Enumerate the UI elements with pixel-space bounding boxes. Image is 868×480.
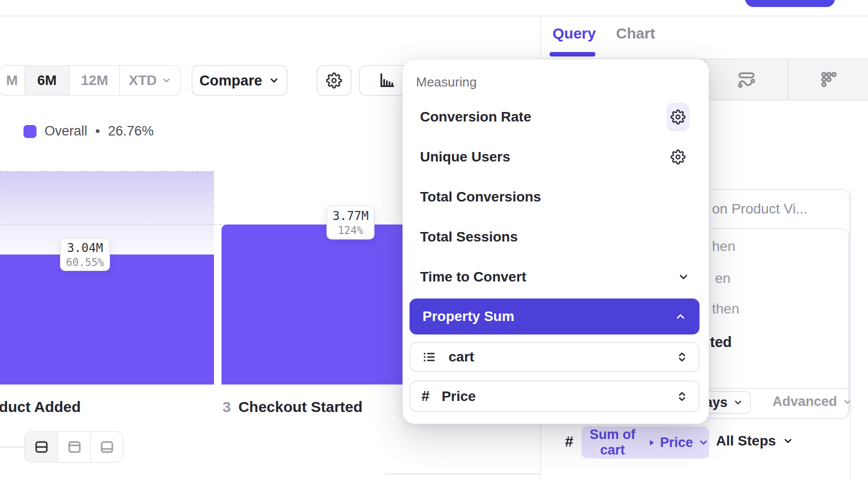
value-label-product-added: 3.04M 60.55% — [60, 238, 110, 271]
advanced-label: Advanced — [772, 394, 837, 410]
menu-item-label: Conversion Rate — [420, 109, 532, 125]
menu-item-label: Time to Convert — [420, 269, 526, 285]
time-range-12m[interactable]: 12M — [69, 66, 119, 95]
menu-item-label: Total Conversions — [420, 189, 541, 205]
compare-button[interactable]: Compare — [192, 65, 288, 96]
time-range-label: M — [6, 72, 18, 88]
top-panel-icon — [66, 439, 82, 455]
measuring-popover: Measuring Conversion Rate Unique Users T… — [402, 59, 709, 424]
step-number: 3 — [222, 398, 231, 416]
legend-value: 26.76% — [108, 124, 154, 139]
chart-settings-button[interactable] — [316, 65, 352, 96]
property-select-value: Price — [442, 388, 476, 404]
all-steps-label: All Steps — [716, 433, 776, 449]
step-name: Product Added — [0, 398, 81, 416]
caret-right-icon — [648, 439, 655, 446]
layout-toggle-group — [24, 431, 124, 463]
legend: Overall • 26.76% — [24, 124, 154, 139]
legend-separator: • — [96, 124, 100, 139]
chevron-down-icon — [698, 437, 709, 448]
divider — [385, 474, 540, 474]
bottom-panel-icon — [99, 439, 115, 455]
tab-query[interactable]: Query — [552, 25, 596, 42]
step-row-truncated: then — [712, 301, 740, 317]
time-range-selector: M 6M 12M XTD — [0, 65, 181, 96]
menu-item-property-sum-selected[interactable]: Property Sum — [410, 298, 700, 334]
up-down-chevrons-icon — [676, 350, 688, 364]
measuring-menu: Conversion Rate Unique Users Total Conve… — [403, 97, 708, 297]
hash-icon: # — [422, 388, 430, 404]
bar-chart-icon — [378, 72, 396, 89]
sum-of-property-chip[interactable]: Sum of cart Price — [582, 426, 709, 458]
time-range-6m[interactable]: 6M — [24, 66, 69, 95]
flow-icon — [736, 70, 756, 90]
property-select[interactable]: # Price — [410, 380, 700, 412]
event-select[interactable]: cart — [410, 342, 700, 372]
tab-chart[interactable]: Chart — [616, 25, 655, 42]
time-range-label: 12M — [81, 72, 108, 88]
legend-swatch — [24, 125, 36, 138]
time-range-label: XTD — [129, 72, 157, 88]
step-row-truncated: en — [715, 270, 730, 286]
time-range-label: 6M — [38, 72, 57, 88]
chevron-down-icon — [678, 271, 690, 283]
menu-item-total-conversions[interactable]: Total Conversions — [403, 177, 708, 217]
chevron-up-icon — [674, 310, 686, 322]
funnel-analysis-screen: M 6M 12M XTD Compare Overall • 26.76% 3.… — [0, 0, 868, 480]
primary-action-button[interactable] — [745, 0, 835, 7]
compare-label: Compare — [200, 72, 262, 89]
menu-item-conversion-rate[interactable]: Conversion Rate — [403, 97, 708, 137]
step-reference-dashed-line — [0, 224, 222, 225]
split-rows-icon — [34, 439, 50, 455]
gear-icon — [326, 72, 342, 88]
panel-edge-line — [850, 189, 851, 480]
step-name: Checkout Started — [238, 398, 362, 416]
all-steps-dropdown[interactable]: All Steps — [716, 433, 794, 449]
dots-grid-icon — [818, 70, 838, 90]
up-down-chevrons-icon — [676, 390, 688, 403]
layout-top-panel-button[interactable] — [58, 432, 90, 462]
menu-item-unique-users[interactable]: Unique Users — [403, 137, 708, 177]
chevron-down-icon — [782, 436, 794, 446]
step-label-product-added: 2 Product Added — [0, 398, 81, 416]
layout-split-rows-button[interactable] — [25, 432, 58, 462]
number-type-icon: # — [565, 433, 574, 450]
step-label-checkout-started: 3 Checkout Started — [222, 398, 362, 416]
event-select-value: cart — [448, 349, 474, 365]
legend-series: Overall — [44, 124, 88, 139]
chip-prefix: Sum of cart — [582, 427, 644, 458]
list-icon — [422, 350, 436, 364]
previous-step-dashed-line — [0, 171, 214, 172]
time-range-1m[interactable]: M — [0, 66, 24, 95]
menu-item-total-sessions[interactable]: Total Sessions — [403, 217, 708, 257]
chevron-down-icon — [842, 397, 852, 407]
chevron-down-icon — [268, 75, 280, 86]
time-range-xtd[interactable]: XTD — [119, 66, 180, 95]
value-label-checkout-started: 3.77M 124% — [326, 206, 374, 240]
step-name-truncated: ted — [710, 334, 732, 350]
dots-view-button[interactable] — [788, 60, 868, 100]
step-value: 3.04M — [67, 241, 103, 255]
step-value: 3.77M — [332, 209, 368, 223]
menu-item-time-to-convert[interactable]: Time to Convert — [403, 257, 708, 297]
menu-item-label: Property Sum — [422, 308, 514, 324]
active-tab-underline — [550, 52, 596, 56]
chip-property: Price — [660, 435, 693, 450]
menu-item-label: Total Sessions — [420, 229, 518, 245]
popover-title: Measuring — [416, 74, 476, 90]
gear-icon[interactable] — [666, 142, 690, 172]
funnel-bar-product-added[interactable] — [0, 254, 214, 384]
chevron-down-icon — [733, 398, 743, 408]
gear-icon[interactable] — [666, 102, 690, 132]
top-toolbar — [0, 0, 868, 16]
layout-bottom-panel-button[interactable] — [90, 432, 122, 462]
advanced-button[interactable]: Advanced — [772, 394, 852, 410]
divider — [0, 446, 24, 448]
step-conversion: 60.55% — [66, 256, 104, 268]
chevron-down-icon — [162, 76, 172, 86]
step-row-truncated: hen — [712, 238, 736, 254]
step-conversion: 124% — [338, 224, 364, 236]
divider — [706, 388, 849, 389]
card-title-truncated: on Product Vi... — [712, 201, 808, 217]
flow-view-button[interactable] — [706, 60, 786, 100]
